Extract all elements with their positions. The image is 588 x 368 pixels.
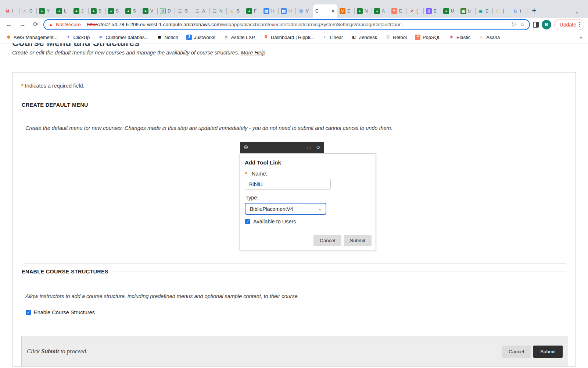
bookmark-customer-databas[interactable]: ⊕Customer databas...	[98, 35, 148, 40]
tab-sheets[interactable]: +F	[244, 4, 261, 18]
available-to-users-label: Available to Users	[253, 219, 296, 224]
bookmark-zendesk[interactable]: ◧Zendesk	[351, 35, 377, 40]
tab-chart[interactable]: ↗(	[406, 4, 424, 18]
bookmark-popsql[interactable]: ❝PopSQL	[415, 35, 441, 40]
sheets-favicon: +	[246, 8, 252, 14]
tab-graydoc[interactable]: ☰N	[209, 4, 227, 18]
tab-onecircle[interactable]: ①V	[296, 4, 313, 18]
tab-drive[interactable]: ▲S	[227, 4, 244, 18]
bookmark-elastic[interactable]: ❋Elastic	[449, 35, 470, 40]
bookmark-label: Customer databas...	[105, 35, 148, 40]
tab-greenbox[interactable]: ▣b	[458, 4, 476, 18]
tab-sheets[interactable]: +L	[54, 4, 71, 18]
page-title: Course Menu and Structures	[12, 43, 588, 47]
dialog-title: Add Tool Link	[245, 159, 376, 166]
bookmark-label: Zendesk	[359, 35, 377, 40]
tab-title: N	[219, 8, 223, 14]
tab-title: E	[347, 8, 350, 14]
tab-orangev[interactable]: VE	[337, 4, 355, 18]
page-subtitle: Create or edit the default menu for new …	[12, 50, 588, 56]
bookmark-dashboard-rippli[interactable]: ⅢDashboard | Rippli...	[263, 35, 314, 40]
sheets-favicon: +	[39, 8, 45, 14]
tab-sheets[interactable]: +Y	[37, 4, 54, 18]
page-title-wrap: Course Menu and Structures	[12, 43, 588, 47]
asana-favicon: ∴	[478, 35, 484, 40]
available-to-users-checkbox[interactable]: ✓	[245, 219, 250, 224]
profile-avatar[interactable]: B	[542, 20, 551, 29]
sheets-favicon: +	[443, 8, 449, 14]
dialog-submit-button[interactable]: Submit	[344, 235, 372, 246]
bookmark-retool[interactable]: ☰Retool	[385, 35, 407, 40]
sheets-favicon: +	[108, 8, 114, 14]
sheets-favicon: +	[74, 8, 79, 14]
chart-favicon: ↗	[409, 8, 415, 14]
back-icon[interactable]: ←	[4, 21, 14, 28]
tab-sheets[interactable]: +S	[106, 4, 123, 18]
sheets-favicon: +	[357, 8, 363, 14]
bookmark-label: Retool	[393, 35, 407, 40]
refresh-icon[interactable]: ⟳	[316, 145, 320, 150]
browser-toolbar: ← → ⟳ ▲ Not Secure https://ec2-54-78-6-2…	[0, 18, 588, 31]
name-input[interactable]	[245, 179, 331, 190]
tab-close-icon[interactable]: ✕	[331, 8, 335, 14]
reload-icon[interactable]: ⟳	[31, 21, 40, 28]
type-select[interactable]: BibliuPlacementV4 ⌄	[245, 203, 326, 215]
tab-sheets[interactable]: +N	[355, 4, 372, 18]
url-path: /webapps/blackboard/execute/admin/learni…	[221, 22, 405, 27]
bookmark-notion[interactable]: ◼Notion	[157, 35, 178, 40]
bookmark-linear[interactable]: ◗Linear	[322, 35, 343, 40]
tab-title: U	[451, 8, 454, 14]
tab-google[interactable]: Gt	[510, 4, 527, 18]
reorder-icon[interactable]: ↑↓	[306, 145, 311, 150]
tab-bluedoc[interactable]: ▤H	[261, 4, 279, 18]
tab-gmail[interactable]: MI	[2, 4, 19, 18]
tab-search-chevron-icon[interactable]: ⌄	[575, 9, 586, 18]
bookmark-clickup[interactable]: ✦ClickUp	[65, 35, 90, 40]
dialog-cancel-button[interactable]: Cancel	[313, 235, 341, 246]
page-subtitle-text: Create or edit the default menu for new …	[12, 50, 239, 56]
add-menu-item-icon[interactable]: ⊕	[244, 144, 248, 151]
tab-title: D	[168, 8, 171, 14]
page-cancel-button[interactable]: Cancel	[502, 346, 531, 358]
share-icon[interactable]: ⎋	[512, 21, 516, 28]
side-panel-icon[interactable]	[533, 22, 539, 28]
google-favicon: G	[512, 8, 518, 14]
tab-title: H	[288, 8, 292, 14]
chevron-down-icon: ⌄	[318, 206, 322, 212]
forward-icon[interactable]: →	[17, 21, 28, 28]
chrome-update-button[interactable]: Update	[554, 19, 584, 30]
tab-purpleb[interactable]: BE	[424, 4, 441, 18]
tab-sheets[interactable]: +V	[140, 4, 158, 18]
orangev-favicon: V	[340, 8, 345, 14]
bookmark-astute-lxp[interactable]: ϕAstute LXP	[223, 35, 255, 40]
tab-title: b	[468, 8, 471, 14]
tab-sheets[interactable]: +A	[372, 4, 389, 18]
tab-popsql[interactable]: ❝E	[389, 4, 406, 18]
tab-moon[interactable]: ☾(	[493, 4, 510, 18]
address-bar[interactable]: ▲ Not Secure https://ec2-54-78-6-209.eu-…	[43, 19, 530, 30]
page-submit-button[interactable]: Submit	[533, 346, 563, 358]
bookmark-asana[interactable]: ∴Asana	[478, 35, 500, 40]
tab-bluedoc[interactable]: ▤H	[279, 4, 296, 18]
bookmarks-overflow-icon[interactable]: »	[580, 35, 582, 40]
tab-active[interactable]: C✕	[313, 4, 337, 18]
sheets-favicon: +	[125, 8, 131, 14]
tab-bibliu[interactable]: BD	[158, 4, 175, 18]
tab-person[interactable]: ◉E	[476, 4, 493, 18]
enable-course-structures-checkbox[interactable]: ✓	[26, 310, 31, 315]
tab-sheets[interactable]: +U	[441, 4, 458, 18]
tab-sheets[interactable]: +S	[123, 4, 140, 18]
tab-asana[interactable]: ∴C	[19, 4, 37, 18]
tab-sheets[interactable]: +J	[71, 4, 89, 18]
new-tab-button[interactable]: +	[527, 6, 541, 18]
bookmark-aws-management[interactable]: ⬢AWS Management...	[6, 35, 57, 40]
more-help-link[interactable]: More Help	[241, 50, 265, 56]
graydoc-favicon: ☰	[194, 8, 200, 14]
tab-sheets[interactable]: +S	[89, 4, 106, 18]
bookmark-justworks[interactable]: JJustworks	[186, 35, 215, 40]
bookmark-label: AWS Management...	[14, 35, 57, 40]
tab-graydoc[interactable]: ☰S	[175, 4, 192, 18]
bookmark-star-icon[interactable]: ☆	[520, 21, 525, 28]
bookmark-label: PopSQL	[423, 35, 441, 40]
tab-graydoc[interactable]: ☰A	[192, 4, 209, 18]
